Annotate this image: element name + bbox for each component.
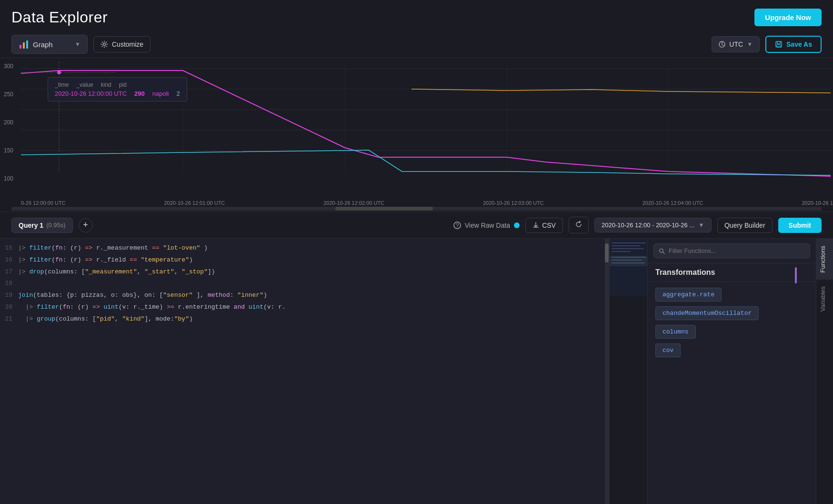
fn-columns[interactable]: columns xyxy=(655,325,696,339)
x-label-0: 0-26 12:00:00 UTC xyxy=(21,200,66,206)
functions-panel: Transformations aggregate.rate chandeMom… xyxy=(647,239,833,504)
header: Data Explorer Upgrade Now xyxy=(0,0,833,31)
line-number: 18 xyxy=(0,279,18,289)
search-input-wrap[interactable] xyxy=(653,243,810,258)
svg-rect-1 xyxy=(23,42,25,49)
view-raw-label: View Raw Data xyxy=(465,222,510,229)
view-raw-toggle[interactable] xyxy=(514,222,520,228)
editor-scrollbar-thumb[interactable] xyxy=(605,243,609,262)
query-name: Query 1 xyxy=(19,222,43,229)
panel-search xyxy=(648,239,816,263)
app-title: Data Explorer xyxy=(11,9,108,26)
help-icon: ? xyxy=(453,222,461,229)
minimap-image xyxy=(610,239,647,296)
bottom-section: 15|> filter(fn: (r) => r._measurement ==… xyxy=(0,239,833,504)
svg-point-18 xyxy=(57,71,61,74)
query-builder-button[interactable]: Query Builder xyxy=(717,218,773,233)
upgrade-now-button[interactable]: Upgrade Now xyxy=(754,9,822,26)
purple-bar xyxy=(795,267,797,283)
refresh-button[interactable] xyxy=(569,217,589,233)
line-number: 16 xyxy=(0,255,18,265)
y-label-150: 150 xyxy=(4,147,13,154)
functions-panel-inner: Transformations aggregate.rate chandeMom… xyxy=(648,239,816,504)
tab-variables[interactable]: Variables xyxy=(816,279,833,318)
download-icon xyxy=(532,222,539,229)
line-number: 21 xyxy=(0,314,18,324)
line-number: 20 xyxy=(0,302,18,312)
x-label-2: 2020-10-26 12:02:00 UTC xyxy=(323,200,384,206)
csv-label: CSV xyxy=(542,222,556,229)
chevron-down-icon: ▼ xyxy=(75,41,80,48)
toolbar-right: UTC ▼ Save As xyxy=(712,36,822,53)
gear-icon xyxy=(100,40,108,48)
y-label-250: 250 xyxy=(4,91,13,98)
line-text: |> drop(columns: ["_measurement", "_star… xyxy=(18,267,215,277)
line-text: |> filter(fn: (r) => uint(v: r._time) >=… xyxy=(18,302,286,312)
toolbar: Graph ▼ Customize UTC ▼ xyxy=(0,31,833,58)
line-number: 19 xyxy=(0,291,18,301)
refresh-icon xyxy=(575,221,582,228)
date-range-button[interactable]: 2020-10-26 12:00 - 2020-10-26 ... ▼ xyxy=(594,218,712,232)
save-as-label: Save As xyxy=(786,40,812,48)
utc-dropdown[interactable]: UTC ▼ xyxy=(712,36,760,52)
minimap xyxy=(609,239,647,504)
line-text: |> filter(fn: (r) => r._measurement == "… xyxy=(18,243,208,253)
date-range-label: 2020-10-26 12:00 - 2020-10-26 ... xyxy=(602,222,694,229)
side-tabs: Functions Variables xyxy=(816,239,833,504)
search-icon xyxy=(659,248,665,254)
line-number: 15 xyxy=(0,243,18,253)
svg-rect-0 xyxy=(20,45,21,49)
svg-rect-23 xyxy=(612,245,640,246)
csv-button[interactable]: CSV xyxy=(525,218,563,233)
utc-label: UTC xyxy=(729,40,743,48)
query-bar: Query 1 (0.95s) + ? View Raw Data CSV 20… xyxy=(0,212,833,239)
function-tags: aggregate.rate chandeMomentumOscillator … xyxy=(648,282,816,363)
graph-dropdown[interactable]: Graph ▼ xyxy=(11,35,88,54)
chart-svg xyxy=(21,62,831,198)
line-number: 17 xyxy=(0,267,18,277)
svg-rect-6 xyxy=(777,45,781,47)
chart-scrollbar[interactable] xyxy=(11,207,822,211)
code-line-15: 15|> filter(fn: (r) => r._measurement ==… xyxy=(0,242,609,254)
chart-area: 300 250 200 150 100 _time _ xyxy=(0,58,833,206)
graph-label: Graph xyxy=(33,40,71,49)
tab-functions[interactable]: Functions xyxy=(816,239,833,279)
line-text: join(tables: {p: pizzas, o: obs}, on: ["… xyxy=(18,291,267,301)
code-line-19: 19join(tables: {p: pizzas, o: obs}, on: … xyxy=(0,290,609,302)
svg-text:?: ? xyxy=(456,222,459,228)
svg-rect-24 xyxy=(612,248,644,249)
svg-rect-29 xyxy=(610,256,647,266)
editor-scrollbar[interactable] xyxy=(605,239,609,504)
line-text: |> filter(fn: (r) => r._field == "temper… xyxy=(18,255,193,265)
x-label-4: 2020-10-26 12:04:00 UTC xyxy=(642,200,703,206)
y-label-300: 300 xyxy=(4,63,13,70)
section-header: Transformations xyxy=(648,263,816,282)
view-raw-data-button[interactable]: ? View Raw Data xyxy=(453,222,520,229)
search-input[interactable] xyxy=(669,247,805,254)
svg-rect-21 xyxy=(610,239,647,296)
code-lines: 15|> filter(fn: (r) => r._measurement ==… xyxy=(0,242,609,325)
customize-button[interactable]: Customize xyxy=(93,36,151,52)
y-label-200: 200 xyxy=(4,119,13,126)
save-as-button[interactable]: Save As xyxy=(765,36,822,53)
date-range-chevron-icon: ▼ xyxy=(698,222,704,229)
code-line-20: 20 |> filter(fn: (r) => uint(v: r._time)… xyxy=(0,302,609,313)
scrollbar-thumb[interactable] xyxy=(335,207,432,211)
svg-rect-22 xyxy=(612,242,646,243)
code-line-17: 17|> drop(columns: ["_measurement", "_st… xyxy=(0,266,609,278)
fn-aggregate-rate[interactable]: aggregate.rate xyxy=(655,288,722,302)
svg-rect-25 xyxy=(612,251,631,252)
utc-chevron-icon: ▼ xyxy=(747,41,753,48)
x-label-5: 2020-10-26 1 xyxy=(802,200,833,206)
fn-cov[interactable]: cov xyxy=(655,343,681,357)
query-tab[interactable]: Query 1 (0.95s) xyxy=(11,218,73,233)
submit-button[interactable]: Submit xyxy=(778,218,822,233)
fn-chande[interactable]: chandeMomentumOscillator xyxy=(655,306,759,320)
code-line-18: 18 xyxy=(0,278,609,290)
section-title: Transformations xyxy=(655,268,715,276)
save-icon xyxy=(775,40,783,48)
query-time: (0.95s) xyxy=(46,222,65,229)
x-label-3: 2020-10-26 12:03:00 UTC xyxy=(483,200,544,206)
editor-pane[interactable]: 15|> filter(fn: (r) => r._measurement ==… xyxy=(0,239,609,504)
add-query-button[interactable]: + xyxy=(79,218,93,232)
